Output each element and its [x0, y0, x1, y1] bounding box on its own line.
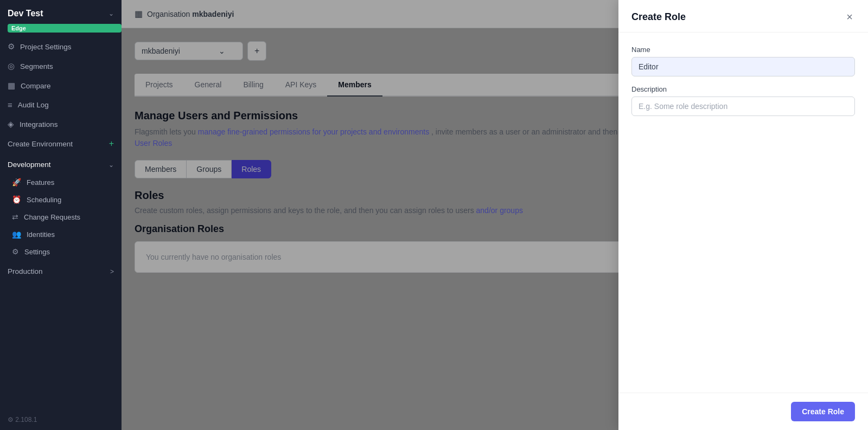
panel-title: Create Role — [631, 11, 686, 23]
edge-badge: Edge — [8, 24, 122, 33]
sidebar: Dev Test ⌄ Edge ⚙ Project Settings ◎ Seg… — [0, 0, 122, 430]
production-chevron-icon: > — [110, 268, 114, 275]
create-role-panel: Create Role × Name Description Create Ro… — [618, 0, 868, 430]
name-label: Name — [631, 46, 855, 54]
development-sub-items: 🚀 Features ⏰ Scheduling ⇄ Change Request… — [0, 174, 122, 260]
sidebar-item-settings[interactable]: ⚙ Settings — [4, 243, 122, 260]
sidebar-item-label: Compare — [21, 82, 51, 90]
features-label: Features — [27, 178, 54, 187]
role-description-input[interactable] — [631, 97, 855, 116]
project-settings-icon: ⚙ — [8, 42, 15, 52]
panel-close-button[interactable]: × — [844, 11, 855, 23]
version-label: 2.108.1 — [15, 416, 37, 423]
sidebar-item-identities[interactable]: 👥 Identities — [4, 226, 122, 243]
sidebar-item-segments[interactable]: ◎ Segments — [0, 56, 122, 76]
create-environment-button[interactable]: Create Environment + — [0, 134, 122, 153]
description-label: Description — [631, 85, 855, 93]
sidebar-item-label: Project Settings — [20, 43, 72, 51]
scheduling-label: Scheduling — [27, 196, 61, 204]
identities-label: Identities — [27, 230, 55, 239]
sidebar-header: Dev Test ⌄ — [0, 0, 122, 24]
development-env-header[interactable]: Development ⌄ — [0, 156, 122, 174]
create-env-label: Create Environment — [8, 140, 73, 148]
sidebar-item-label: Audit Log — [18, 101, 49, 109]
scheduling-icon: ⏰ — [12, 195, 21, 204]
production-env-item[interactable]: Production > — [0, 262, 122, 280]
sidebar-item-label: Integrations — [20, 120, 58, 129]
sidebar-item-scheduling[interactable]: ⏰ Scheduling — [4, 191, 122, 208]
settings-label: Settings — [24, 248, 50, 256]
sidebar-item-change-requests[interactable]: ⇄ Change Requests — [4, 208, 122, 226]
change-requests-icon: ⇄ — [12, 213, 18, 221]
change-requests-label: Change Requests — [24, 213, 80, 221]
sidebar-item-compare[interactable]: ▦ Compare — [0, 76, 122, 95]
panel-footer: Create Role — [618, 393, 868, 430]
settings-icon: ⚙ — [12, 247, 19, 256]
sidebar-item-integrations[interactable]: ◈ Integrations — [0, 114, 122, 134]
compare-icon: ▦ — [8, 81, 15, 91]
version-icon: ⚙ — [8, 416, 14, 423]
panel-header: Create Role × — [618, 0, 868, 33]
create-role-button[interactable]: Create Role — [791, 402, 855, 421]
production-label: Production — [8, 267, 43, 275]
features-icon: 🚀 — [12, 178, 21, 187]
create-env-plus-icon: + — [109, 139, 114, 149]
development-env-label: Development — [8, 161, 51, 169]
sidebar-item-features[interactable]: 🚀 Features — [4, 174, 122, 191]
sidebar-footer: ⚙ 2.108.1 — [0, 409, 122, 430]
segments-icon: ◎ — [8, 61, 15, 71]
project-name: Dev Test — [8, 9, 43, 18]
development-chevron-icon: ⌄ — [108, 161, 114, 169]
sidebar-item-project-settings[interactable]: ⚙ Project Settings — [0, 37, 122, 56]
sidebar-item-label: Segments — [20, 62, 53, 70]
identities-icon: 👥 — [12, 230, 21, 239]
project-chevron-icon[interactable]: ⌄ — [108, 10, 114, 17]
integrations-icon: ◈ — [8, 119, 14, 129]
development-env-section: Development ⌄ 🚀 Features ⏰ Scheduling ⇄ … — [0, 153, 122, 262]
audit-log-icon: ≡ — [8, 100, 12, 110]
role-name-input[interactable] — [631, 57, 855, 76]
sidebar-item-audit-log[interactable]: ≡ Audit Log — [0, 95, 122, 114]
main-area: ▦ Organisation mkbadeniyi mkbadeniyi ⌄ +… — [122, 0, 868, 430]
panel-body: Name Description — [618, 33, 868, 393]
